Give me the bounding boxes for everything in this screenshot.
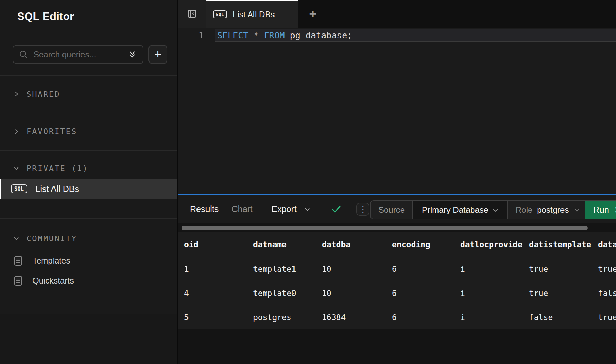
- table-cell[interactable]: i: [454, 305, 523, 329]
- run-label: Run: [593, 205, 609, 215]
- database-selector[interactable]: Primary Database: [412, 201, 507, 219]
- tab-chart[interactable]: Chart: [231, 204, 252, 214]
- sidebar-item-quickstarts[interactable]: Quickstarts: [0, 275, 177, 286]
- connection-selector-group: Source Primary Database Role postgres: [370, 200, 616, 219]
- new-query-button[interactable]: +: [148, 45, 167, 64]
- chevron-down-icon: [13, 235, 20, 242]
- tab-list-all-dbs[interactable]: SQL List All DBs: [206, 0, 298, 28]
- document-icon: [14, 276, 22, 286]
- export-label: Export: [272, 204, 297, 214]
- table-row[interactable]: 1 template1 10 6 i true true: [178, 257, 616, 281]
- tab-label: List All DBs: [233, 10, 275, 19]
- table-cell[interactable]: 6: [386, 281, 454, 305]
- export-button[interactable]: Export: [272, 204, 311, 214]
- table-header-row: oid datname datdba encoding datlocprovid…: [178, 232, 616, 257]
- more-options-button[interactable]: ⋮: [356, 203, 369, 216]
- table-cell[interactable]: template1: [247, 257, 316, 281]
- table-row[interactable]: 5 postgres 16384 6 i false true: [178, 305, 616, 329]
- table-cell[interactable]: true: [592, 305, 616, 329]
- sidebar-section-header-community[interactable]: COMMUNITY: [0, 231, 177, 246]
- plus-icon: +: [155, 48, 162, 60]
- sidebar-item-label: Quickstarts: [32, 276, 74, 286]
- results-table-area: oid datname datdba encoding datlocprovid…: [178, 232, 616, 364]
- chevron-down-icon: [13, 165, 20, 172]
- sidebar-section-header-favorites[interactable]: FAVORITES: [0, 112, 177, 151]
- line-number: 1: [178, 29, 211, 42]
- sidebar-section-shared: SHARED: [0, 76, 177, 112]
- sql-operator: *: [248, 30, 264, 40]
- search-icon: [19, 50, 28, 59]
- table-cell[interactable]: 5: [178, 305, 247, 329]
- new-tab-button[interactable]: +: [305, 6, 321, 22]
- column-header[interactable]: datdba: [316, 232, 386, 257]
- column-header[interactable]: datlocprovider: [454, 232, 523, 257]
- code-editor[interactable]: 1 SELECT * FROM pg_database;: [178, 28, 616, 194]
- source-label: Source: [378, 205, 405, 215]
- table-cell[interactable]: 16384: [316, 305, 386, 329]
- app-title: SQL Editor: [17, 10, 74, 23]
- table-cell[interactable]: i: [454, 281, 523, 305]
- table-cell[interactable]: 6: [386, 257, 454, 281]
- sidebar-section-community: COMMUNITY Templates Quickstarts: [0, 231, 177, 314]
- table-cell[interactable]: 4: [178, 281, 247, 305]
- panel-collapse-left-icon: [187, 9, 197, 19]
- current-line[interactable]: SELECT * FROM pg_database;: [215, 29, 616, 42]
- search-input[interactable]: [33, 49, 123, 60]
- results-toolbar-left: Results Chart Export ⋮: [178, 195, 369, 223]
- sql-file-icon: SQL: [11, 184, 27, 193]
- sql-file-icon: SQL: [213, 10, 227, 18]
- run-query-button[interactable]: Run ⌘: [585, 201, 616, 219]
- table-cell[interactable]: true: [592, 257, 616, 281]
- table-cell[interactable]: i: [454, 257, 523, 281]
- editor-line-1: 1 SELECT * FROM pg_database;: [178, 29, 616, 42]
- table-cell[interactable]: template0: [247, 281, 316, 305]
- table-cell[interactable]: 6: [386, 305, 454, 329]
- sidebar-section-header-private[interactable]: PRIVATE (1): [0, 161, 177, 175]
- sidebar-header: SQL Editor: [0, 0, 177, 33]
- column-header[interactable]: encoding: [386, 232, 454, 257]
- column-header[interactable]: datname: [247, 232, 316, 257]
- role-value: postgres: [537, 205, 569, 215]
- chevron-down-icon: [304, 205, 311, 213]
- command-key-icon: ⌘: [614, 205, 616, 215]
- table-cell[interactable]: 10: [316, 281, 386, 305]
- document-icon: [14, 256, 22, 266]
- tab-results[interactable]: Results: [190, 204, 219, 214]
- column-header[interactable]: datallowconn: [592, 232, 616, 257]
- sql-keyword: FROM: [264, 30, 285, 40]
- sidebar-item-list-all-dbs[interactable]: SQL List All DBs: [0, 179, 177, 199]
- query-success-check-icon: [331, 205, 341, 214]
- horizontal-scrollbar-thumb[interactable]: [182, 226, 588, 230]
- table-cell[interactable]: false: [592, 281, 616, 305]
- source-label-segment: Source: [371, 201, 412, 219]
- collapse-sidebar-button[interactable]: [178, 0, 206, 28]
- role-selector[interactable]: Role postgres: [507, 201, 585, 219]
- column-header[interactable]: datistemplate: [523, 232, 592, 257]
- chevrons-down-icon[interactable]: [128, 50, 136, 59]
- results-table: oid datname datdba encoding datlocprovid…: [178, 232, 616, 329]
- database-selector-value: Primary Database: [422, 205, 488, 215]
- search-queries-box[interactable]: [13, 45, 143, 64]
- sidebar-section-header-shared[interactable]: SHARED: [0, 76, 177, 112]
- table-cell[interactable]: 10: [316, 257, 386, 281]
- column-header[interactable]: oid: [178, 232, 247, 257]
- kebab-icon: ⋮: [359, 205, 367, 213]
- section-label: PRIVATE (1): [27, 164, 88, 173]
- sql-keyword: SELECT: [217, 30, 248, 40]
- section-label: COMMUNITY: [27, 234, 77, 243]
- sidebar-search-section: +: [0, 33, 177, 76]
- sidebar-section-favorites: FAVORITES: [0, 112, 177, 151]
- sidebar-item-label: Templates: [32, 256, 70, 266]
- table-cell[interactable]: true: [523, 257, 592, 281]
- table-row[interactable]: 4 template0 10 6 i true false: [178, 281, 616, 305]
- table-cell[interactable]: true: [523, 281, 592, 305]
- results-toolbar: Results Chart Export ⋮ Source: [178, 195, 616, 223]
- sidebar-item-templates[interactable]: Templates: [0, 255, 177, 266]
- sidebar-empty-area: [0, 314, 177, 364]
- role-label: Role: [516, 205, 532, 215]
- chevron-down-icon: [573, 206, 581, 214]
- table-cell[interactable]: 1: [178, 257, 247, 281]
- table-cell[interactable]: false: [523, 305, 592, 329]
- table-cell[interactable]: postgres: [247, 305, 316, 329]
- section-label: FAVORITES: [27, 127, 77, 136]
